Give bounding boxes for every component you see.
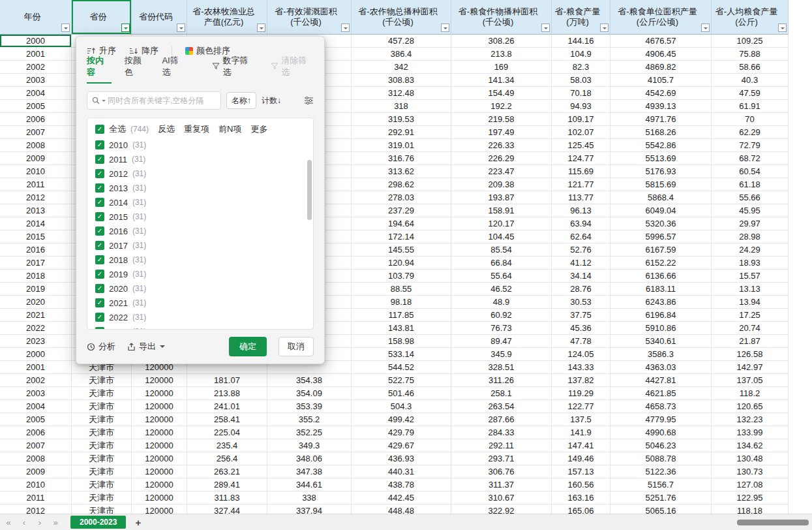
data-cell[interactable]: 48.9 bbox=[451, 296, 552, 309]
data-cell[interactable]: 120000 bbox=[132, 387, 187, 400]
checkbox-checked-icon[interactable]: ✓ bbox=[95, 241, 104, 250]
data-cell[interactable]: 94.93 bbox=[552, 100, 610, 113]
data-cell[interactable]: 4906.45 bbox=[610, 48, 712, 61]
data-cell[interactable]: 158.91 bbox=[451, 204, 552, 217]
data-cell[interactable]: 219.58 bbox=[451, 113, 552, 126]
data-cell[interactable]: 120000 bbox=[132, 426, 187, 439]
year-cell[interactable]: 2018 bbox=[0, 270, 72, 283]
filter-dropdown-button[interactable] bbox=[177, 23, 185, 32]
list-scrollbar[interactable] bbox=[307, 160, 312, 220]
data-cell[interactable]: 226.33 bbox=[451, 139, 552, 152]
data-cell[interactable]: 28.76 bbox=[552, 283, 610, 296]
column-header[interactable]: 省-粮食产量 (万吨) bbox=[552, 0, 610, 35]
data-cell[interactable]: 120.17 bbox=[451, 217, 552, 230]
add-sheet-button[interactable]: + bbox=[132, 517, 143, 528]
year-cell[interactable]: 2008 bbox=[0, 452, 72, 465]
data-cell[interactable]: 6152.22 bbox=[610, 257, 712, 270]
data-cell[interactable]: 354.38 bbox=[267, 374, 352, 387]
prev-sheet-icon[interactable]: ‹ bbox=[20, 514, 29, 530]
data-cell[interactable]: 天津市 bbox=[72, 426, 132, 439]
data-cell[interactable]: 143.33 bbox=[552, 361, 610, 374]
data-cell[interactable]: 4971.76 bbox=[610, 113, 712, 126]
data-cell[interactable]: 163.16 bbox=[552, 491, 610, 505]
data-cell[interactable]: 109.25 bbox=[712, 35, 789, 48]
year-cell[interactable]: 2010 bbox=[0, 165, 72, 178]
export-button[interactable]: 导出 bbox=[127, 341, 165, 352]
data-cell[interactable]: 104.9 bbox=[552, 48, 610, 61]
data-cell[interactable]: 194.64 bbox=[352, 217, 451, 230]
last-sheet-icon[interactable]: » bbox=[51, 514, 60, 530]
data-cell[interactable]: 18.93 bbox=[712, 257, 789, 270]
data-cell[interactable]: 319.01 bbox=[352, 139, 451, 152]
year-cell[interactable]: 2000 bbox=[0, 35, 72, 48]
data-cell[interactable]: 122.95 bbox=[712, 491, 789, 505]
top-n-link[interactable]: 前N项 bbox=[218, 123, 241, 135]
data-cell[interactable]: 天津市 bbox=[72, 465, 132, 478]
data-cell[interactable]: 145.55 bbox=[352, 243, 451, 257]
year-cell[interactable]: 2008 bbox=[0, 139, 72, 152]
data-cell[interactable]: 30.53 bbox=[552, 296, 610, 309]
data-cell[interactable]: 4542.69 bbox=[610, 87, 712, 100]
invert-selection-link[interactable]: 反选 bbox=[158, 123, 175, 135]
data-cell[interactable]: 102.07 bbox=[552, 126, 610, 139]
data-cell[interactable]: 天津市 bbox=[72, 400, 132, 413]
year-cell[interactable]: 2009 bbox=[0, 465, 72, 478]
filter-dropdown-button[interactable] bbox=[778, 23, 787, 32]
checkbox-checked-icon[interactable]: ✓ bbox=[95, 270, 104, 279]
data-cell[interactable]: 349.3 bbox=[267, 439, 352, 452]
year-cell[interactable]: 2000 bbox=[0, 348, 72, 361]
checkbox-checked-icon[interactable]: ✓ bbox=[95, 226, 104, 236]
data-cell[interactable]: 4427.81 bbox=[610, 374, 712, 387]
data-cell[interactable]: 316.76 bbox=[352, 152, 451, 165]
data-cell[interactable]: 47.78 bbox=[552, 335, 610, 348]
data-cell[interactable]: 113.77 bbox=[552, 191, 610, 204]
year-cell[interactable]: 2020 bbox=[0, 296, 72, 309]
data-cell[interactable]: 89.47 bbox=[451, 335, 552, 348]
data-cell[interactable]: 24.29 bbox=[712, 243, 789, 257]
data-cell[interactable]: 312.48 bbox=[352, 87, 451, 100]
data-cell[interactable]: 342 bbox=[352, 61, 451, 74]
checkbox-checked-icon[interactable]: ✓ bbox=[95, 155, 104, 164]
data-cell[interactable]: 386.4 bbox=[352, 48, 451, 61]
data-cell[interactable]: 6243.86 bbox=[610, 296, 712, 309]
data-cell[interactable]: 29.97 bbox=[712, 217, 789, 230]
checkbox-checked-icon[interactable]: ✓ bbox=[95, 198, 104, 207]
year-cell[interactable]: 2002 bbox=[0, 374, 72, 387]
clear-filter-button[interactable]: 清除筛选 bbox=[271, 55, 314, 84]
filter-item[interactable]: ✓2010(31) bbox=[87, 138, 313, 152]
data-cell[interactable]: 172.14 bbox=[352, 230, 451, 243]
data-cell[interactable]: 120.94 bbox=[352, 257, 451, 270]
data-cell[interactable]: 292.11 bbox=[451, 439, 552, 452]
data-cell[interactable]: 天津市 bbox=[72, 413, 132, 426]
year-cell[interactable]: 2021 bbox=[0, 309, 72, 322]
duplicates-link[interactable]: 重复项 bbox=[184, 123, 209, 135]
data-cell[interactable]: 126.58 bbox=[712, 348, 789, 361]
data-cell[interactable]: 5251.76 bbox=[610, 491, 712, 505]
year-cell[interactable]: 2004 bbox=[0, 400, 72, 413]
data-cell[interactable]: 28.98 bbox=[712, 230, 789, 243]
tab-by-content[interactable]: 按内容 bbox=[87, 55, 112, 84]
data-cell[interactable]: 310.67 bbox=[451, 491, 552, 505]
data-cell[interactable]: 55.66 bbox=[712, 191, 789, 204]
data-cell[interactable]: 258.41 bbox=[187, 413, 267, 426]
data-cell[interactable]: 17.25 bbox=[712, 309, 789, 322]
data-cell[interactable]: 436.93 bbox=[352, 452, 451, 465]
filter-item[interactable]: ✓2014(31) bbox=[87, 195, 313, 210]
data-cell[interactable]: 311.26 bbox=[451, 374, 552, 387]
year-cell[interactable]: 2016 bbox=[0, 243, 72, 257]
data-cell[interactable]: 5065.16 bbox=[610, 505, 712, 514]
data-cell[interactable]: 241.01 bbox=[187, 400, 267, 413]
data-cell[interactable]: 63.94 bbox=[552, 217, 610, 230]
data-cell[interactable]: 258.1 bbox=[451, 387, 552, 400]
data-cell[interactable]: 天津市 bbox=[72, 387, 132, 400]
checkbox-checked-icon[interactable]: ✓ bbox=[95, 327, 104, 330]
year-cell[interactable]: 2017 bbox=[0, 257, 72, 270]
data-cell[interactable]: 58.66 bbox=[712, 61, 789, 74]
year-cell[interactable]: 2009 bbox=[0, 152, 72, 165]
year-cell[interactable]: 2010 bbox=[0, 478, 72, 491]
data-cell[interactable]: 85.54 bbox=[451, 243, 552, 257]
data-cell[interactable]: 4939.13 bbox=[610, 100, 712, 113]
data-cell[interactable]: 天津市 bbox=[72, 374, 132, 387]
filter-dropdown-button[interactable] bbox=[341, 23, 350, 32]
data-cell[interactable]: 122.77 bbox=[552, 400, 610, 413]
